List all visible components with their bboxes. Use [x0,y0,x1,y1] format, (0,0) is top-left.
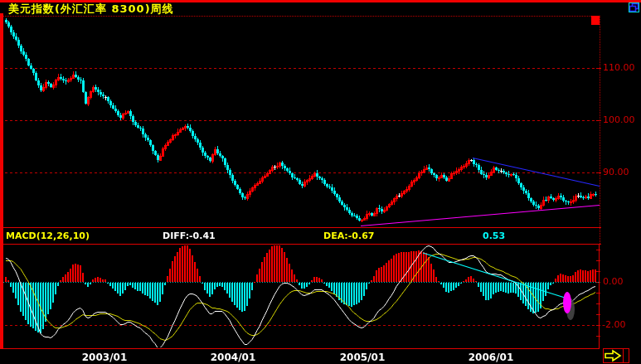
chart-title: 美元指数(外汇汇率 8300)周线 [8,2,174,17]
price-label-100: 100.00 [603,115,635,124]
indicator-name-label[interactable]: MACD(12,26,10) [6,231,90,241]
chart-canvas [0,0,641,364]
chart-window: 美元指数(外汇汇率 8300)周线 110.00 100.00 90.00 MA… [0,0,641,364]
x-axis-label-2005: 2005/01 [336,352,389,363]
x-axis-label-2004: 2004/01 [206,352,260,363]
x-axis-label-2003: 2003/01 [78,352,131,363]
macd-label-minus-2: -2.00 [602,320,625,329]
macd-bar-value-label: 0.53 [483,231,505,241]
window-left-border [0,13,3,349]
price-label-110: 110.00 [603,63,635,72]
macd-label-zero: 0.00 [603,277,624,286]
window-restore-icon[interactable] [629,2,639,12]
price-label-90: 90.00 [603,167,629,177]
arrow-right-icon [604,349,623,362]
title-bar: 美元指数(外汇汇率 8300)周线 [0,0,630,14]
scroll-right-button[interactable] [603,348,624,363]
dea-value-label: DEA:-0.67 [323,231,374,241]
x-axis-label-2006: 2006/01 [464,352,517,363]
highlight-square-marker [591,16,600,25]
scrollbar-end-box[interactable] [623,348,629,363]
diff-value-label: DIFF:-0.41 [163,231,216,241]
